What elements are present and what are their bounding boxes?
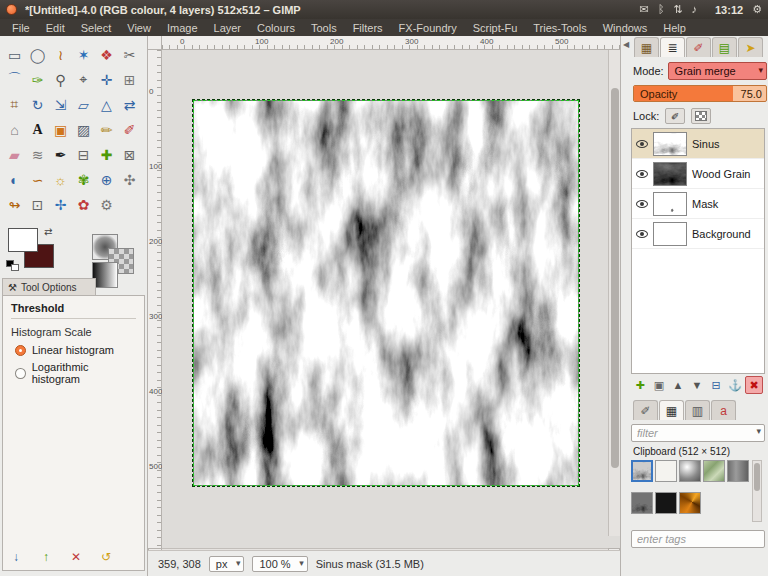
- tool-measure[interactable]: ⌖: [72, 67, 95, 92]
- tool-text[interactable]: A: [26, 117, 49, 142]
- restore-preset-button[interactable]: ↑: [36, 548, 56, 566]
- paper-pattern[interactable]: [655, 460, 677, 482]
- delete-preset-button[interactable]: ✕: [66, 548, 86, 566]
- zoom-dropdown[interactable]: 100 %: [252, 556, 307, 572]
- menu-file[interactable]: File: [4, 21, 38, 35]
- tool-seamless-clone[interactable]: ⊡: [26, 192, 49, 217]
- gear-icon[interactable]: ⚙: [752, 3, 762, 16]
- dark-noise-pattern[interactable]: [631, 492, 653, 514]
- vertical-ruler[interactable]: 0100200300400500: [148, 50, 162, 550]
- tool-options-tab[interactable]: ⚒ Tool Options: [2, 278, 96, 295]
- swap-colors-icon[interactable]: ⇄: [44, 226, 52, 237]
- menu-fx-foundry[interactable]: FX-Foundry: [391, 21, 465, 35]
- tab-palettes[interactable]: ▦: [634, 37, 659, 57]
- delete-layer-button[interactable]: ✖: [745, 376, 763, 394]
- tool-shear[interactable]: ▱: [72, 92, 95, 117]
- tool-dodge-burn[interactable]: ☼: [49, 167, 72, 192]
- volume-icon[interactable]: ♪: [691, 3, 697, 15]
- radio-linear-histogram[interactable]: Linear histogram: [15, 344, 136, 356]
- ruler-corner-button[interactable]: [148, 36, 162, 50]
- lock-pixels-button[interactable]: ✐: [665, 108, 685, 124]
- tool-rectangle-select[interactable]: ▭: [3, 42, 26, 67]
- save-preset-button[interactable]: ↓: [6, 548, 26, 566]
- menu-tools[interactable]: Tools: [303, 21, 345, 35]
- network-icon[interactable]: ⇅: [673, 3, 682, 15]
- dock-collapse-arrow[interactable]: ◀: [623, 40, 629, 49]
- lower-layer-button[interactable]: ▼: [688, 376, 706, 394]
- new-group-button[interactable]: ▣: [650, 376, 668, 394]
- tool-move[interactable]: ✛: [95, 67, 118, 92]
- ink-pattern[interactable]: [655, 492, 677, 514]
- layer-thumbnail[interactable]: [653, 132, 687, 156]
- foreground-color-swatch[interactable]: [8, 228, 38, 252]
- menu-layer[interactable]: Layer: [206, 21, 250, 35]
- tool-eraser[interactable]: ▰: [3, 142, 26, 167]
- tool-foreground-select[interactable]: ✾: [72, 167, 95, 192]
- canvas-viewport[interactable]: [162, 50, 608, 536]
- tool-gradient[interactable]: ▨: [72, 117, 95, 142]
- tool-handle-transform[interactable]: ✣: [118, 167, 141, 192]
- reset-colors-icon[interactable]: [6, 260, 20, 272]
- menu-colours[interactable]: Colours: [249, 21, 303, 35]
- tool-mypaint-brush[interactable]: ✿: [72, 192, 95, 217]
- layer-thumbnail[interactable]: [653, 222, 687, 246]
- sphere-pattern[interactable]: [679, 460, 701, 482]
- tool-gegl-operation[interactable]: ⚙: [95, 192, 118, 217]
- menu-help[interactable]: Help: [655, 21, 694, 35]
- menu-edit[interactable]: Edit: [38, 21, 73, 35]
- layer-thumbnail[interactable]: [653, 162, 687, 186]
- tool-select-by-color[interactable]: ❖: [95, 42, 118, 67]
- tool-n-point-deformation[interactable]: ✢: [49, 192, 72, 217]
- canvas-image[interactable]: [193, 100, 579, 486]
- visibility-eye-icon[interactable]: [636, 200, 648, 208]
- visibility-eye-icon[interactable]: [636, 170, 648, 178]
- anchor-layer-button[interactable]: ⚓: [726, 376, 744, 394]
- tool-pencil[interactable]: ✏: [95, 117, 118, 142]
- tool-align[interactable]: ⊞: [118, 67, 141, 92]
- tool-free-select[interactable]: ≀: [49, 42, 72, 67]
- tool-smudge[interactable]: ∽: [26, 167, 49, 192]
- tool-airbrush[interactable]: ≋: [26, 142, 49, 167]
- tool-paths[interactable]: ⌒: [3, 67, 26, 92]
- window-close-button[interactable]: [6, 4, 17, 15]
- tab-gradients[interactable]: ▥: [685, 400, 710, 420]
- tab-channels[interactable]: ✐: [686, 37, 711, 57]
- clock[interactable]: 13:12: [715, 4, 743, 16]
- layer-row-wood-grain[interactable]: Wood Grain: [632, 159, 764, 189]
- slate-pattern[interactable]: [727, 460, 749, 482]
- pattern-filter-input[interactable]: [631, 424, 765, 442]
- tool-scissors-select[interactable]: ✂: [118, 42, 141, 67]
- tool-bucket-fill[interactable]: ▣: [49, 117, 72, 142]
- tab-pointer[interactable]: ➤: [738, 37, 763, 57]
- radio-logarithmic-histogram[interactable]: Logarithmic histogram: [15, 361, 136, 385]
- tool-ellipse-select[interactable]: ◯: [26, 42, 49, 67]
- tab-brushes[interactable]: ✐: [633, 400, 658, 420]
- tool-perspective[interactable]: △: [95, 92, 118, 117]
- menu-script-fu[interactable]: Script-Fu: [465, 21, 526, 35]
- layer-row-mask[interactable]: Mask: [632, 189, 764, 219]
- menu-view[interactable]: View: [119, 21, 159, 35]
- pattern-scrollbar[interactable]: [752, 460, 762, 522]
- bluetooth-icon[interactable]: ᛒ: [658, 3, 665, 15]
- tool-blur-sharpen[interactable]: ◐: [3, 167, 26, 192]
- tool-paintbrush[interactable]: ✐: [118, 117, 141, 142]
- tab-paths[interactable]: ▤: [712, 37, 737, 57]
- layer-row-sinus[interactable]: Sinus: [632, 129, 764, 159]
- layer-mode-dropdown[interactable]: Grain merge: [668, 62, 767, 80]
- tags-input[interactable]: [631, 530, 765, 548]
- tool-warp-transform[interactable]: ↬: [3, 192, 26, 217]
- tool-crop[interactable]: ⌗: [3, 92, 26, 117]
- menu-select[interactable]: Select: [73, 21, 120, 35]
- tool-perspective-clone[interactable]: ⊠: [118, 142, 141, 167]
- tab-fonts[interactable]: a: [711, 400, 736, 420]
- lock-alpha-button[interactable]: [691, 108, 711, 124]
- mail-icon[interactable]: ✉: [639, 3, 648, 15]
- leaves-pattern[interactable]: [703, 460, 725, 482]
- clipboard-pattern[interactable]: [631, 460, 653, 482]
- tab-layers[interactable]: ≣: [660, 37, 685, 57]
- new-layer-button[interactable]: ✚: [631, 376, 649, 394]
- raise-layer-button[interactable]: ▲: [669, 376, 687, 394]
- layer-row-background[interactable]: Background: [632, 219, 764, 249]
- swirl-pattern[interactable]: [679, 492, 701, 514]
- units-dropdown[interactable]: px: [209, 556, 245, 572]
